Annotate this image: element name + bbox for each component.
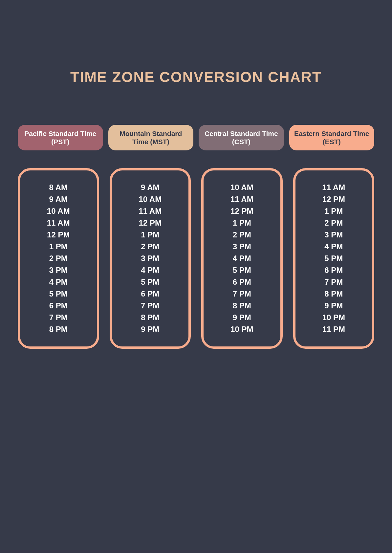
time-cell: 11 AM: [230, 193, 253, 205]
time-cell: 12 PM: [47, 229, 70, 241]
time-cell: 5 PM: [324, 253, 343, 264]
time-cell: 12 PM: [139, 217, 162, 229]
time-cell: 11 AM: [322, 182, 345, 193]
time-cell: 2 PM: [233, 229, 251, 241]
time-cell: 9 AM: [141, 182, 159, 193]
column-cst: 10 AM11 AM12 PM1 PM2 PM3 PM4 PM5 PM6 PM7…: [201, 168, 283, 349]
time-cell: 7 PM: [141, 300, 159, 312]
time-cell: 7 PM: [233, 288, 251, 300]
time-cell: 11 AM: [139, 205, 162, 217]
time-cell: 8 PM: [49, 323, 68, 335]
time-cell: 2 PM: [324, 217, 343, 229]
time-cell: 9 AM: [49, 193, 68, 205]
time-cell: 10 AM: [230, 182, 253, 193]
header-mst: Mountain Standard Time (MST): [108, 125, 194, 150]
header-pst: Pacific Standard Time (PST): [18, 125, 103, 150]
time-cell: 8 PM: [324, 288, 343, 300]
columns-row: 8 AM9 AM10 AM11 AM12 PM1 PM2 PM3 PM4 PM5…: [16, 168, 376, 349]
time-cell: 3 PM: [49, 264, 68, 276]
header-est: Eastern Standard Time (EST): [289, 125, 375, 150]
time-cell: 9 PM: [324, 300, 343, 312]
time-cell: 7 PM: [324, 276, 343, 288]
time-cell: 11 AM: [47, 217, 70, 229]
time-cell: 8 PM: [141, 312, 159, 323]
time-cell: 1 PM: [141, 229, 159, 241]
time-cell: 5 PM: [49, 288, 68, 300]
time-cell: 2 PM: [49, 253, 68, 264]
time-cell: 11 PM: [322, 323, 345, 335]
time-cell: 9 PM: [233, 312, 251, 323]
header-cst: Central Standard Time (CST): [199, 125, 284, 150]
time-cell: 4 PM: [49, 276, 68, 288]
time-cell: 4 PM: [233, 253, 251, 264]
time-cell: 2 PM: [141, 241, 159, 253]
time-cell: 3 PM: [233, 241, 251, 253]
time-cell: 8 PM: [233, 300, 251, 312]
time-cell: 1 PM: [324, 205, 343, 217]
time-cell: 9 PM: [141, 323, 159, 335]
time-cell: 4 PM: [324, 241, 343, 253]
time-cell: 6 PM: [233, 276, 251, 288]
column-pst: 8 AM9 AM10 AM11 AM12 PM1 PM2 PM3 PM4 PM5…: [18, 168, 99, 349]
time-cell: 5 PM: [233, 264, 251, 276]
time-cell: 12 PM: [322, 193, 345, 205]
time-cell: 10 PM: [322, 312, 345, 323]
time-cell: 4 PM: [141, 264, 159, 276]
time-cell: 1 PM: [49, 241, 68, 253]
column-mst: 9 AM10 AM11 AM12 PM1 PM2 PM3 PM4 PM5 PM6…: [110, 168, 191, 349]
time-cell: 10 AM: [139, 193, 162, 205]
header-row: Pacific Standard Time (PST) Mountain Sta…: [16, 125, 376, 150]
time-cell: 6 PM: [324, 264, 343, 276]
time-cell: 10 AM: [47, 205, 70, 217]
time-cell: 3 PM: [141, 253, 159, 264]
page-title: TIME ZONE CONVERSION CHART: [16, 0, 376, 125]
time-cell: 5 PM: [141, 276, 159, 288]
time-cell: 10 PM: [230, 323, 253, 335]
time-cell: 6 PM: [49, 300, 68, 312]
time-cell: 12 PM: [230, 205, 253, 217]
time-cell: 3 PM: [324, 229, 343, 241]
time-cell: 7 PM: [49, 312, 68, 323]
column-est: 11 AM12 PM1 PM2 PM3 PM4 PM5 PM6 PM7 PM8 …: [293, 168, 375, 349]
time-cell: 6 PM: [141, 288, 159, 300]
time-cell: 1 PM: [233, 217, 251, 229]
time-cell: 8 AM: [49, 182, 68, 193]
